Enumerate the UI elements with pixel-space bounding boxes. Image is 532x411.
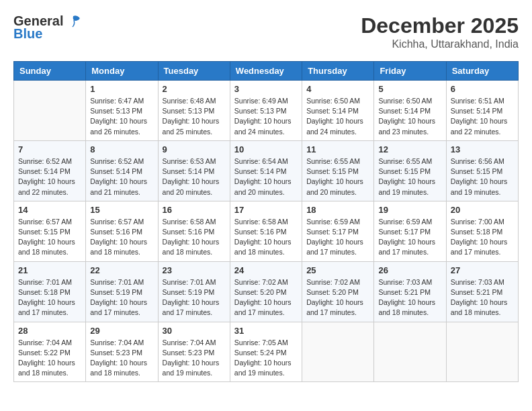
- cell-info: Sunrise: 6:57 AMSunset: 5:16 PMDaylight:…: [90, 217, 153, 258]
- day-number: 28: [18, 326, 81, 336]
- sunrise-text: Sunrise: 7:01 AM: [163, 278, 216, 286]
- daylight-text: Daylight: 10 hours and 26 minutes.: [90, 117, 147, 135]
- daylight-text: Daylight: 10 hours and 22 minutes.: [451, 117, 508, 135]
- daylight-text: Daylight: 10 hours and 18 minutes.: [234, 238, 292, 256]
- sunset-text: Sunset: 5:14 PM: [163, 167, 215, 175]
- calendar-cell: 1Sunrise: 6:47 AMSunset: 5:13 PMDaylight…: [86, 81, 158, 141]
- sunrise-text: Sunrise: 6:55 AM: [378, 157, 432, 165]
- day-number: 24: [234, 265, 298, 275]
- cell-info: Sunrise: 6:47 AMSunset: 5:13 PMDaylight:…: [90, 96, 153, 137]
- calendar-cell: 8Sunrise: 6:52 AMSunset: 5:14 PMDaylight…: [86, 140, 158, 201]
- day-number: 29: [90, 326, 153, 336]
- sunset-text: Sunset: 5:14 PM: [306, 107, 359, 115]
- sunset-text: Sunset: 5:16 PM: [163, 228, 215, 236]
- sunset-text: Sunset: 5:22 PM: [18, 349, 71, 357]
- sunset-text: Sunset: 5:15 PM: [306, 167, 359, 175]
- week-row-1: 1Sunrise: 6:47 AMSunset: 5:13 PMDaylight…: [14, 81, 519, 141]
- day-number: 26: [378, 265, 441, 275]
- daylight-text: Daylight: 10 hours and 20 minutes.: [234, 177, 292, 195]
- day-number: 18: [306, 205, 369, 215]
- sunrise-text: Sunrise: 7:02 AM: [234, 278, 288, 286]
- sunrise-text: Sunrise: 7:05 AM: [234, 338, 288, 347]
- daylight-text: Daylight: 10 hours and 22 minutes.: [18, 177, 75, 195]
- daylight-text: Daylight: 10 hours and 17 minutes.: [306, 298, 363, 316]
- daylight-text: Daylight: 10 hours and 18 minutes.: [90, 359, 147, 377]
- header-row: Sunday Monday Tuesday Wednesday Thursday…: [14, 62, 519, 81]
- calendar-cell: [302, 322, 374, 382]
- cell-info: Sunrise: 6:57 AMSunset: 5:15 PMDaylight:…: [18, 217, 81, 258]
- cell-info: Sunrise: 6:49 AMSunset: 5:13 PMDaylight:…: [234, 96, 298, 137]
- day-number: 1: [90, 84, 153, 94]
- sunset-text: Sunset: 5:15 PM: [378, 167, 431, 175]
- day-number: 7: [18, 144, 81, 154]
- calendar-cell: 12Sunrise: 6:55 AMSunset: 5:15 PMDayligh…: [374, 140, 446, 201]
- sunset-text: Sunset: 5:21 PM: [451, 288, 503, 296]
- col-saturday: Saturday: [446, 62, 518, 81]
- day-number: 27: [451, 265, 514, 275]
- sunset-text: Sunset: 5:17 PM: [306, 228, 359, 236]
- sunrise-text: Sunrise: 6:57 AM: [90, 218, 144, 226]
- sunrise-text: Sunrise: 7:04 AM: [18, 338, 72, 347]
- calendar-cell: 5Sunrise: 6:50 AMSunset: 5:14 PMDaylight…: [374, 81, 446, 141]
- col-tuesday: Tuesday: [158, 62, 230, 81]
- day-number: 3: [234, 84, 298, 94]
- col-monday: Monday: [86, 62, 158, 81]
- calendar-cell: 31Sunrise: 7:05 AMSunset: 5:24 PMDayligh…: [230, 322, 302, 382]
- sunrise-text: Sunrise: 6:59 AM: [306, 218, 360, 226]
- calendar-cell: 19Sunrise: 6:59 AMSunset: 5:17 PMDayligh…: [374, 201, 446, 261]
- calendar-cell: 6Sunrise: 6:51 AMSunset: 5:14 PMDaylight…: [446, 81, 518, 141]
- cell-info: Sunrise: 6:53 AMSunset: 5:14 PMDaylight:…: [163, 156, 226, 197]
- col-friday: Friday: [374, 62, 446, 81]
- sunrise-text: Sunrise: 7:01 AM: [90, 278, 144, 286]
- day-number: 8: [90, 144, 153, 154]
- calendar-cell: 30Sunrise: 7:04 AMSunset: 5:23 PMDayligh…: [158, 322, 230, 382]
- col-wednesday: Wednesday: [230, 62, 302, 81]
- cell-info: Sunrise: 6:59 AMSunset: 5:17 PMDaylight:…: [378, 217, 441, 258]
- sunrise-text: Sunrise: 6:50 AM: [306, 97, 360, 105]
- sunset-text: Sunset: 5:16 PM: [90, 228, 142, 236]
- cell-info: Sunrise: 6:56 AMSunset: 5:15 PMDaylight:…: [451, 156, 514, 197]
- day-number: 19: [378, 205, 441, 215]
- sunrise-text: Sunrise: 6:59 AM: [378, 218, 432, 226]
- sunset-text: Sunset: 5:24 PM: [234, 349, 287, 357]
- sunset-text: Sunset: 5:20 PM: [306, 288, 359, 296]
- daylight-text: Daylight: 10 hours and 25 minutes.: [163, 117, 220, 135]
- daylight-text: Daylight: 10 hours and 17 minutes.: [306, 238, 363, 256]
- sunset-text: Sunset: 5:18 PM: [18, 288, 71, 296]
- day-number: 16: [163, 205, 226, 215]
- daylight-text: Daylight: 10 hours and 21 minutes.: [90, 177, 147, 195]
- cell-info: Sunrise: 6:51 AMSunset: 5:14 PMDaylight:…: [451, 96, 514, 137]
- cell-info: Sunrise: 7:04 AMSunset: 5:22 PMDaylight:…: [18, 338, 81, 379]
- sunrise-text: Sunrise: 6:48 AM: [163, 97, 216, 105]
- day-number: 6: [451, 84, 514, 94]
- cell-info: Sunrise: 6:59 AMSunset: 5:17 PMDaylight:…: [306, 217, 369, 258]
- calendar-cell: 24Sunrise: 7:02 AMSunset: 5:20 PMDayligh…: [230, 261, 302, 322]
- sunrise-text: Sunrise: 7:02 AM: [306, 278, 360, 286]
- sunset-text: Sunset: 5:14 PM: [451, 107, 503, 115]
- daylight-text: Daylight: 10 hours and 24 minutes.: [306, 117, 363, 135]
- daylight-text: Daylight: 10 hours and 19 minutes.: [163, 359, 220, 377]
- day-number: 11: [306, 144, 369, 154]
- col-sunday: Sunday: [14, 62, 86, 81]
- daylight-text: Daylight: 10 hours and 18 minutes.: [378, 298, 435, 316]
- logo-bird-icon: [66, 15, 81, 28]
- calendar-cell: 3Sunrise: 6:49 AMSunset: 5:13 PMDaylight…: [230, 81, 302, 141]
- day-number: 5: [378, 84, 441, 94]
- title-area: December 2025 Kichha, Uttarakhand, India: [361, 13, 519, 50]
- sunset-text: Sunset: 5:14 PM: [378, 107, 431, 115]
- calendar-cell: 18Sunrise: 6:59 AMSunset: 5:17 PMDayligh…: [302, 201, 374, 261]
- location-title: Kichha, Uttarakhand, India: [361, 38, 519, 50]
- sunrise-text: Sunrise: 7:01 AM: [18, 278, 72, 286]
- cell-info: Sunrise: 6:48 AMSunset: 5:13 PMDaylight:…: [163, 96, 226, 137]
- cell-info: Sunrise: 6:50 AMSunset: 5:14 PMDaylight:…: [378, 96, 441, 137]
- sunset-text: Sunset: 5:18 PM: [451, 228, 503, 236]
- day-number: 14: [18, 205, 81, 215]
- sunrise-text: Sunrise: 7:04 AM: [90, 338, 144, 347]
- cell-info: Sunrise: 7:04 AMSunset: 5:23 PMDaylight:…: [163, 338, 226, 379]
- logo: General Blue: [13, 13, 81, 42]
- cell-info: Sunrise: 6:58 AMSunset: 5:16 PMDaylight:…: [234, 217, 298, 258]
- day-number: 9: [163, 144, 226, 154]
- sunset-text: Sunset: 5:13 PM: [234, 107, 287, 115]
- day-number: 15: [90, 205, 153, 215]
- sunrise-text: Sunrise: 6:52 AM: [90, 157, 144, 165]
